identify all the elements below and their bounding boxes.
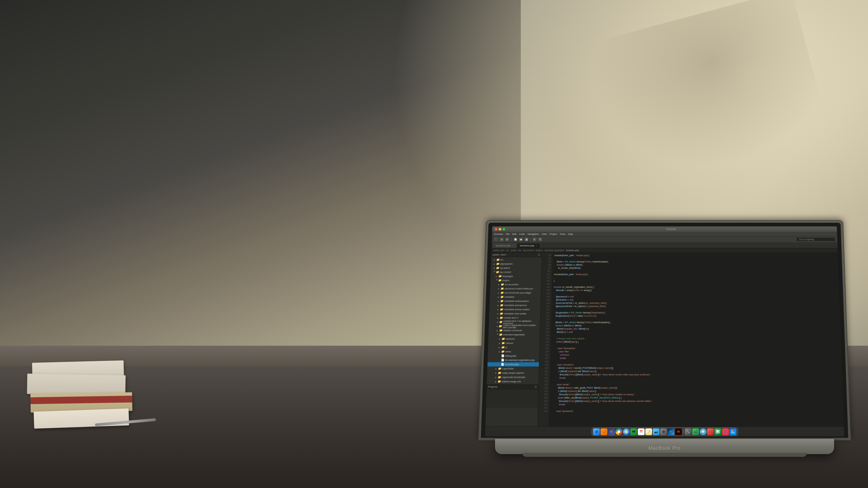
- menu-komodo[interactable]: Komodo: [494, 233, 503, 236]
- tree-pfg[interactable]: ▶📁pfgmyadmin: [491, 262, 541, 266]
- ln-112: 112: [540, 308, 551, 311]
- dock-numbers[interactable]: 📊: [714, 428, 721, 435]
- menu-view[interactable]: View: [541, 233, 547, 236]
- projects-panel: Projects ⚙: [486, 384, 538, 408]
- tree-cf7[interactable]: ▶📁contact-form-7: [489, 316, 540, 320]
- toolbar-debug[interactable]: 🔧: [538, 237, 542, 242]
- dock-messages[interactable]: 💬: [699, 428, 706, 435]
- code-line-106: $results = array('errors' => array());: [554, 289, 837, 292]
- dock-appstore[interactable]: 🏪: [729, 428, 736, 435]
- tree-ext-reg[interactable]: ▶📁extended-registration: [489, 332, 540, 337]
- dock-maps[interactable]: 🗺: [630, 428, 637, 435]
- tab-close-2[interactable]: ×: [536, 244, 537, 247]
- dock-illustrator[interactable]: Ai: [675, 428, 682, 435]
- goto-input[interactable]: Go to Anything: [796, 237, 835, 241]
- code-content[interactable]: include($view_path . 'header.php'); $fie…: [549, 253, 844, 426]
- ln-100: 100: [541, 270, 552, 273]
- toolbar-open[interactable]: 📂: [518, 237, 523, 242]
- tree-backend[interactable]: ▶📁backend: [488, 337, 539, 341]
- tree-custom-reg[interactable]: ▶📁custom-registration-form-builder-with-…: [489, 324, 540, 328]
- toolbar-forward[interactable]: ▶: [505, 237, 510, 242]
- dock-mission-control[interactable]: ⊞: [608, 428, 615, 435]
- code-line-119: $field['id'] = null;: [553, 331, 839, 334]
- tree-acf-pro[interactable]: ▶📁advanced-custom-fields-pro: [490, 287, 541, 291]
- tab-functions-2[interactable]: functions.php ×: [517, 243, 540, 248]
- bc-plugins: plugins: [535, 249, 542, 251]
- file-tree-sidebar[interactable]: public_html › ⚙ ▶📁src ▶📁pfgmyadmin: [485, 253, 542, 426]
- toolbar-run[interactable]: ▶: [532, 237, 537, 242]
- tree-char-amb[interactable]: ▶📁charitable-ambassadors: [490, 299, 540, 303]
- tree-acf[interactable]: ▶📁acf-accordion: [490, 282, 541, 286]
- maximize-button[interactable]: [502, 228, 505, 230]
- ln-114: 114: [540, 314, 551, 318]
- menu-edit[interactable]: Edit: [512, 233, 517, 236]
- toolbar-save[interactable]: 💾: [524, 237, 529, 242]
- tree-char-ava[interactable]: ▶📁charitable-view-avatar: [489, 311, 540, 316]
- dock-finder[interactable]: 🔵: [593, 428, 600, 435]
- ln-131: 131: [539, 370, 550, 373]
- menu-code[interactable]: Code: [519, 233, 525, 236]
- tab-close-1[interactable]: ×: [512, 244, 513, 247]
- ln-96: 96: [542, 257, 552, 260]
- code-line-110: $usernameField = er_option('er_username_…: [553, 302, 837, 305]
- dock-music[interactable]: 🎵: [722, 428, 729, 435]
- code-line-124: case 'description':: [552, 347, 839, 350]
- tree-regen[interactable]: ▶📁regenerate-thumbnails: [487, 375, 538, 380]
- projects-header: Projects ⚙: [487, 385, 538, 389]
- tree-char-anon[interactable]: ▶📁charitable-anonymous: [490, 303, 540, 307]
- tree-layerslider[interactable]: ▶📁LayerSlider: [487, 366, 539, 371]
- tree-classes[interactable]: ▶📁classes: [488, 341, 539, 345]
- tree-disable[interactable]: ▶📁disable-comments: [489, 328, 540, 332]
- menubar: Komodo File Edit Code Navigation View Pr…: [492, 232, 837, 237]
- tab-functions-1[interactable]: functions.php ×: [493, 243, 516, 248]
- tree-wpcontent[interactable]: ▶📁wp-content: [491, 270, 541, 274]
- menu-navigation[interactable]: Navigation: [528, 233, 539, 236]
- tree-captcha[interactable]: ▶📁really-simple-captcha: [487, 371, 539, 375]
- dock-app3[interactable]: 🔧: [685, 428, 691, 435]
- dock-app4[interactable]: 🎮: [707, 428, 714, 435]
- dock-calendar[interactable]: 📅: [638, 428, 645, 435]
- dock-app2[interactable]: ⚙: [660, 428, 667, 435]
- dock-launchpad[interactable]: 🚀: [600, 428, 607, 435]
- dock-chrome[interactable]: [615, 428, 622, 435]
- close-button[interactable]: [495, 228, 497, 230]
- toolbar-new[interactable]: 📄: [513, 237, 518, 242]
- tree-char[interactable]: ▶📁charitable: [490, 295, 541, 299]
- laptop-base-bottom: [522, 453, 807, 457]
- tree-src[interactable]: ▶📁src: [491, 258, 541, 262]
- tab-label-2: functions.php: [520, 244, 534, 247]
- tree-plugins[interactable]: ▶📁plugins: [490, 278, 541, 282]
- dock-photoshop[interactable]: Ps: [667, 428, 674, 435]
- tree-views[interactable]: ▶📁views: [488, 349, 539, 354]
- menu-tools[interactable]: Tools: [560, 233, 566, 236]
- tree-lib-er[interactable]: ▶📄lib-extended-registration.php: [488, 358, 539, 362]
- tree-char-lic[interactable]: ▶📁charitable-license-seeker: [489, 307, 540, 311]
- bc-file: functions.php: [566, 249, 579, 251]
- code-editor[interactable]: 95 96 97 98 99 100 101 102 103 104: [538, 253, 844, 426]
- dock-notes[interactable]: 📝: [645, 428, 652, 435]
- dock-safari[interactable]: 🧭: [623, 428, 630, 435]
- dock-facetime[interactable]: 📹: [692, 428, 699, 435]
- tree-functions[interactable]: ▶📄functions.php: [488, 362, 539, 367]
- projects-settings[interactable]: ⚙: [534, 385, 537, 388]
- tree-js[interactable]: ▶📁js: [488, 345, 539, 350]
- tree-wpadmin[interactable]: ▶📁wp-admin: [491, 266, 541, 270]
- menu-project[interactable]: Project: [549, 233, 557, 236]
- dock-app1[interactable]: 📷: [653, 428, 659, 435]
- tree-languages[interactable]: ▶📁languages: [491, 274, 541, 278]
- ln-117: 117: [540, 324, 551, 327]
- toolbar-btn-1[interactable]: ⬛: [494, 237, 498, 242]
- code-line-101: include($view_path . 'footer.php');: [554, 273, 837, 276]
- toolbar-back[interactable]: ◀: [499, 237, 504, 242]
- menu-help[interactable]: Help: [568, 233, 573, 236]
- tree-cf7-db[interactable]: ▶📁contact-form-7-to-database-extension: [489, 320, 540, 324]
- code-line-132: $results['errors'][$field['unique_name']…: [552, 373, 840, 377]
- ln-113: 113: [540, 311, 551, 314]
- tree-debug[interactable]: ▶📄debug.php: [488, 354, 539, 358]
- minimize-button[interactable]: [499, 228, 501, 230]
- sidebar-settings[interactable]: ⚙: [538, 253, 540, 256]
- tree-relative[interactable]: ▶📁relative-image-urls: [487, 379, 539, 384]
- menu-file[interactable]: File: [506, 233, 510, 236]
- code-line-120: [553, 334, 839, 337]
- tree-ann[interactable]: ▶📁ann-shortcode-any-widget: [490, 291, 541, 295]
